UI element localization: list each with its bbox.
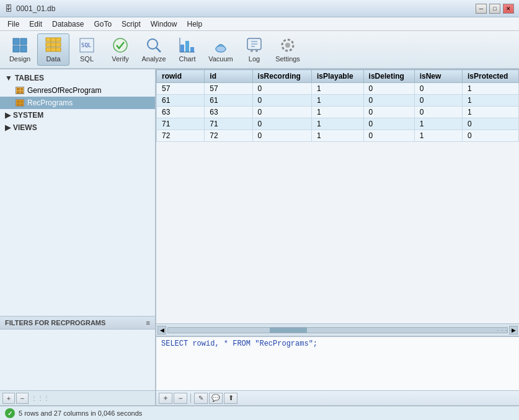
bottom-toolbar: + − ✎ 💬 ⬆ (156, 390, 519, 405)
table-cell: 63 (157, 107, 205, 118)
remove-row-button[interactable]: − (174, 393, 187, 404)
table-row[interactable]: 616101001 (157, 95, 519, 107)
col-header-isRecording: isRecording (252, 70, 311, 83)
table-cell: 0 (414, 83, 462, 95)
table-row[interactable]: 575701001 (157, 83, 519, 95)
svg-point-12 (148, 39, 157, 49)
window-title: 🗄 0001_01.db (5, 4, 55, 13)
status-bar: ✓ 5 rows and 27 columns in 0,046 seconds (0, 405, 519, 420)
table-cell: 0 (363, 107, 414, 118)
table-cell: 1 (462, 107, 518, 118)
remove-filter-button[interactable]: − (16, 393, 29, 404)
tree-item-recprograms[interactable]: RecPrograms (0, 97, 155, 109)
settings-button[interactable]: Settings (272, 33, 304, 66)
table-cell: 57 (205, 83, 252, 95)
views-header[interactable]: ▶ VIEWS (0, 121, 155, 134)
toolbar: Design Data SQL SQL (0, 31, 519, 69)
table-cell: 1 (414, 118, 462, 130)
edit-row-button[interactable]: ✎ (194, 393, 208, 404)
table-cell: 63 (205, 107, 252, 118)
add-row-button[interactable]: + (159, 393, 172, 404)
table-row[interactable]: 717101010 (157, 118, 519, 130)
main-layout: ▼ TABLES GenresOfRecProgram RecPrograms … (0, 69, 519, 405)
tree-item-genres[interactable]: GenresOfRecProgram (0, 84, 155, 97)
scroll-thumb (270, 328, 307, 333)
menu-goto[interactable]: GoTo (89, 17, 117, 30)
minimize-button[interactable]: ─ (476, 4, 487, 14)
design-icon (11, 37, 29, 54)
data-button[interactable]: Data (37, 33, 69, 66)
menu-window[interactable]: Window (146, 17, 182, 30)
resize-handle[interactable]: ⋮⋮⋮ (30, 395, 51, 401)
table-cell: 0 (252, 95, 311, 107)
svg-rect-0 (13, 38, 19, 45)
menu-file[interactable]: File (2, 17, 24, 30)
system-header[interactable]: ▶ SYSTEM (0, 109, 155, 121)
table-cell: 0 (252, 130, 311, 142)
table-cell: 0 (363, 83, 414, 95)
svg-rect-16 (190, 47, 194, 52)
svg-text:SQL: SQL (81, 42, 91, 48)
table-cell: 57 (157, 83, 205, 95)
close-button[interactable]: ✕ (503, 4, 514, 14)
left-bottom-bar: + − ⋮⋮⋮ (0, 390, 155, 405)
col-header-isProtected: isProtected (462, 70, 518, 83)
svg-rect-5 (46, 43, 61, 46)
svg-line-13 (156, 48, 161, 52)
menu-edit[interactable]: Edit (24, 17, 47, 30)
table-cell: 0 (252, 118, 311, 130)
table-cell: 0 (462, 118, 518, 130)
add-filter-button[interactable]: + (2, 393, 15, 404)
data-table-container[interactable]: rowid id isRecording isPlayable isDeleti… (156, 69, 519, 323)
comment-button[interactable]: 💬 (209, 393, 223, 404)
filters-header: FILTERS FOR RECPROGRAMS ≡ (0, 317, 155, 330)
svg-rect-15 (185, 41, 189, 52)
menu-help[interactable]: Help (182, 17, 207, 30)
col-header-rowid: rowid (157, 70, 205, 83)
window-controls: ─ □ ✕ (476, 4, 514, 14)
window-icon: 🗄 (5, 4, 12, 13)
tables-header[interactable]: ▼ TABLES (0, 72, 155, 84)
data-table: rowid id isRecording isPlayable isDeleti… (156, 69, 519, 142)
svg-point-22 (255, 50, 258, 52)
table-row[interactable]: 636301001 (157, 107, 519, 118)
data-icon (45, 37, 62, 54)
table-cell: 71 (157, 118, 205, 130)
log-button[interactable]: Log (238, 33, 270, 66)
tables-chevron-icon: ▼ (5, 74, 12, 82)
svg-rect-2 (13, 46, 19, 52)
maximize-button[interactable]: □ (489, 4, 500, 14)
svg-rect-1 (20, 38, 27, 45)
table-cell: 1 (311, 107, 363, 118)
table-cell: 1 (414, 130, 462, 142)
scroll-left-button[interactable]: ◀ (157, 326, 166, 335)
vacuum-button[interactable]: Vacuum (205, 33, 237, 66)
sql-query-text: SELECT rowid, * FROM "RecPrograms"; (161, 339, 317, 348)
verify-button[interactable]: Verify (104, 33, 136, 66)
filters-menu-icon[interactable]: ≡ (146, 319, 150, 326)
table-cell: 0 (252, 83, 311, 95)
menu-script[interactable]: Script (117, 17, 146, 30)
export-button[interactable]: ⬆ (224, 393, 237, 404)
settings-icon (279, 37, 296, 54)
horizontal-scrollbar[interactable]: ◀ ▶ · · · · · (156, 323, 519, 336)
analyze-icon (145, 37, 162, 54)
table-cell: 0 (363, 95, 414, 107)
chart-button[interactable]: Chart (171, 33, 203, 66)
status-icon: ✓ (5, 408, 15, 418)
table-cell: 72 (205, 130, 252, 142)
col-header-isDeleting: isDeleting (363, 70, 414, 83)
menu-database[interactable]: Database (47, 17, 89, 30)
table-row[interactable]: 727201010 (157, 130, 519, 142)
design-button[interactable]: Design (4, 33, 36, 66)
analyze-button[interactable]: Analyze (138, 33, 170, 66)
svg-rect-6 (46, 48, 61, 51)
menu-bar: File Edit Database GoTo Script Window He… (0, 17, 519, 31)
sql-button[interactable]: SQL SQL (71, 33, 103, 66)
svg-point-21 (251, 50, 253, 52)
sql-icon: SQL (78, 37, 95, 54)
table-cell: 0 (462, 130, 518, 142)
right-panel: rowid id isRecording isPlayable isDeleti… (156, 69, 519, 405)
scroll-track[interactable] (167, 327, 508, 333)
tree-section: ▼ TABLES GenresOfRecProgram RecPrograms … (0, 69, 155, 316)
